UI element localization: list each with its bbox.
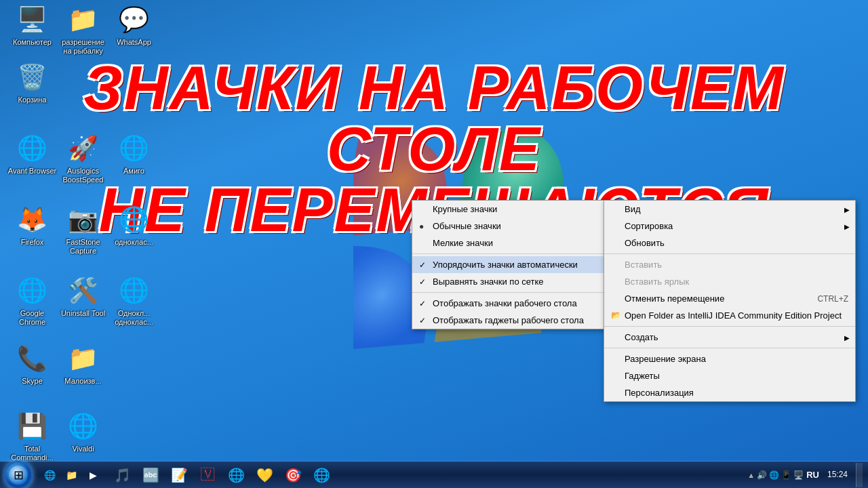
right-menu-item-paste: Вставить <box>604 256 855 273</box>
icon-image-avant-browser: 🌐 <box>16 132 49 165</box>
desktop-icon-folder2[interactable]: 📁Малоизв... <box>58 342 108 386</box>
desktop-icon-firefox[interactable]: 🦊Firefox <box>7 203 58 247</box>
desktop-icon-avant-browser[interactable]: 🌐Avant Browser <box>7 132 58 176</box>
right-menu-item-personalize[interactable]: Персонализация <box>604 384 855 401</box>
icon-label-whatsapp: WhatsApp <box>117 38 151 47</box>
taskbar-app-5[interactable]: 🌐 <box>222 463 250 487</box>
view-menu-item-large-icons[interactable]: Крупные значки <box>412 201 604 218</box>
view-menu-item-small-icons[interactable]: Мелкие значки <box>412 235 604 251</box>
tray-icon-phone: 📱 <box>781 470 791 480</box>
icon-image-chrome: 🌐 <box>16 274 49 307</box>
desktop-icon-skype[interactable]: 📞Skype <box>7 342 58 386</box>
right-menu-item-undo-move[interactable]: Отменить перемещениеCTRL+Z <box>604 290 855 307</box>
radio-indicator: ● <box>419 222 424 231</box>
icon-image-folder-fishing: 📁 <box>67 3 100 36</box>
start-button[interactable]: ⊞ <box>0 462 37 489</box>
desktop-icon-uninstall[interactable]: 🛠️Uninstall Tool <box>58 274 108 318</box>
right-menu-item-intellij[interactable]: 📂Open Folder as IntelliJ IDEA Community … <box>604 307 855 324</box>
icon-label-skype: Skype <box>22 377 43 386</box>
right-menu-label-sort: Сортировка <box>625 221 673 231</box>
desktop-icon-chrome[interactable]: 🌐Google Chrome <box>7 274 58 327</box>
icon-label-faststone: FastStone Capture <box>58 238 108 256</box>
icon-label-amigo: Амиго <box>123 167 144 176</box>
menu-item-label-align-grid: Выравнять значки по сетке <box>433 277 544 287</box>
icon-label-computer: Компьютер <box>13 38 52 47</box>
shortcut-undo-move: CTRL+Z <box>817 294 848 304</box>
icon-image-firefox: 🦊 <box>16 203 49 236</box>
tray-arrow[interactable]: ▲ <box>747 471 755 479</box>
desktop-icon-whatsapp[interactable]: 💬WhatsApp <box>108 3 159 47</box>
icon-label-vivaldi: Vivaldi <box>72 445 94 453</box>
check-indicator: ✓ <box>419 299 426 308</box>
check-indicator: ✓ <box>419 316 426 325</box>
icon-label-folder-fishing: разрешение на рыбалку <box>58 38 108 56</box>
start-orb-inner: ⊞ <box>9 466 28 485</box>
right-menu-label-paste: Вставить <box>625 260 662 270</box>
taskbar-explorer-btn[interactable]: 📁 <box>61 464 81 486</box>
right-menu-label-view: Вид <box>625 204 641 214</box>
icon-image-auslogics: 🚀 <box>67 132 100 165</box>
icon-image-whatsapp: 💬 <box>118 3 151 36</box>
desktop-icon-computer[interactable]: 🖥️Компьютер <box>7 3 58 47</box>
icon-image-skype: 📞 <box>16 342 49 375</box>
right-menu-label-intellij: Open Folder as IntelliJ IDEA Community E… <box>625 310 842 321</box>
right-menu-item-view[interactable]: Вид <box>604 201 855 218</box>
icon-label-recycle: Корзина <box>18 96 47 104</box>
check-indicator: ✓ <box>419 260 426 270</box>
intellij-icon: 📂 <box>611 310 622 321</box>
icon-image-vivaldi: 🌐 <box>67 410 100 443</box>
icon-label-total-commander: Total Commandi... <box>7 445 58 462</box>
icon-image-uninstall: 🛠️ <box>67 274 100 307</box>
taskbar-app-6[interactable]: 💛 <box>251 463 278 487</box>
right-menu-separator-sep2 <box>604 326 855 327</box>
right-menu-item-resolution[interactable]: Разрешение экрана <box>604 350 855 367</box>
icon-label-avant-browser: Avant Browser <box>8 167 56 176</box>
desktop-icon-auslogics[interactable]: 🚀Auslogics BoostSpeed <box>58 132 108 184</box>
right-menu-label-refresh: Обновить <box>625 238 665 248</box>
menu-separator-sep1 <box>412 253 604 254</box>
right-menu-item-sort[interactable]: Сортировка <box>604 218 855 235</box>
taskbar-app-3[interactable]: 📝 <box>165 463 193 487</box>
view-menu-item-align-grid[interactable]: ✓Выравнять значки по сетке <box>412 273 604 290</box>
desktop-icon-recycle[interactable]: 🗑️Корзина <box>7 61 58 104</box>
icon-label-chrome: Google Chrome <box>7 309 58 327</box>
right-context-menu: ВидСортировкаОбновитьВставитьВставить яр… <box>604 200 856 402</box>
desktop-icon-vivaldi[interactable]: 🌐Vivaldi <box>58 410 108 453</box>
taskbar-quick-launch: 🌐 📁 ▶ <box>37 464 106 486</box>
show-desktop-btn[interactable] <box>856 463 863 487</box>
right-menu-item-create[interactable]: Создать <box>604 329 855 346</box>
taskbar-ie-btn[interactable]: 🌐 <box>39 464 60 486</box>
view-menu-item-show-gadgets[interactable]: ✓Отображать гаджеты рабочего стола <box>412 312 604 329</box>
right-menu-label-create: Создать <box>625 332 658 342</box>
taskbar-app-2[interactable]: 🔤 <box>137 463 164 487</box>
taskbar-app-8[interactable]: 🌐 <box>308 463 335 487</box>
taskbar-clock[interactable]: 15:24 <box>822 470 853 481</box>
taskbar-media-btn[interactable]: ▶ <box>83 464 103 486</box>
right-menu-item-refresh[interactable]: Обновить <box>604 235 855 251</box>
desktop-icon-amigo[interactable]: 🌐Амиго <box>108 132 159 176</box>
start-orb: ⊞ <box>4 461 33 489</box>
icon-image-recycle: 🗑️ <box>16 61 49 94</box>
desktop-icon-odnoklassniki[interactable]: 🌐одноклас... <box>108 203 159 247</box>
icon-image-amigo: 🌐 <box>118 132 151 165</box>
taskbar-pinned-apps: 🎵 🔤 📝 🇻 🌐 💛 🎯 🌐 <box>106 463 338 487</box>
icon-label-uninstall: Uninstall Tool <box>61 309 105 318</box>
desktop-icon-total-commander[interactable]: 💾Total Commandi... <box>7 410 58 462</box>
taskbar-app-4[interactable]: 🇻 <box>194 463 221 487</box>
desktop-icon-folder-fishing[interactable]: 📁разрешение на рыбалку <box>58 3 108 56</box>
desktop-icon-odnoklassniki2[interactable]: 🌐Однокл... одноклас... <box>108 274 159 327</box>
tray-icon-speaker: 🔊 <box>757 470 767 480</box>
view-menu-item-auto-arrange[interactable]: ✓Упорядочить значки автоматически <box>412 256 604 273</box>
right-menu-item-gadgets[interactable]: Гаджеты <box>604 367 855 384</box>
taskbar-app-7[interactable]: 🎯 <box>279 463 307 487</box>
desktop-icon-faststone[interactable]: 📷FastStone Capture <box>58 203 108 256</box>
menu-separator-sep2 <box>412 292 604 293</box>
taskbar-app-1[interactable]: 🎵 <box>108 463 136 487</box>
view-menu-item-show-desktop[interactable]: ✓Отображать значки рабочего стола <box>412 295 604 312</box>
icon-label-firefox: Firefox <box>21 238 44 247</box>
menu-item-label-small-icons: Мелкие значки <box>433 238 493 248</box>
view-menu-item-normal-icons[interactable]: ●Обычные значки <box>412 218 604 235</box>
right-menu-separator-sep1 <box>604 253 855 254</box>
menu-item-label-normal-icons: Обычные значки <box>433 221 501 231</box>
clock-time: 15:24 <box>827 470 848 481</box>
